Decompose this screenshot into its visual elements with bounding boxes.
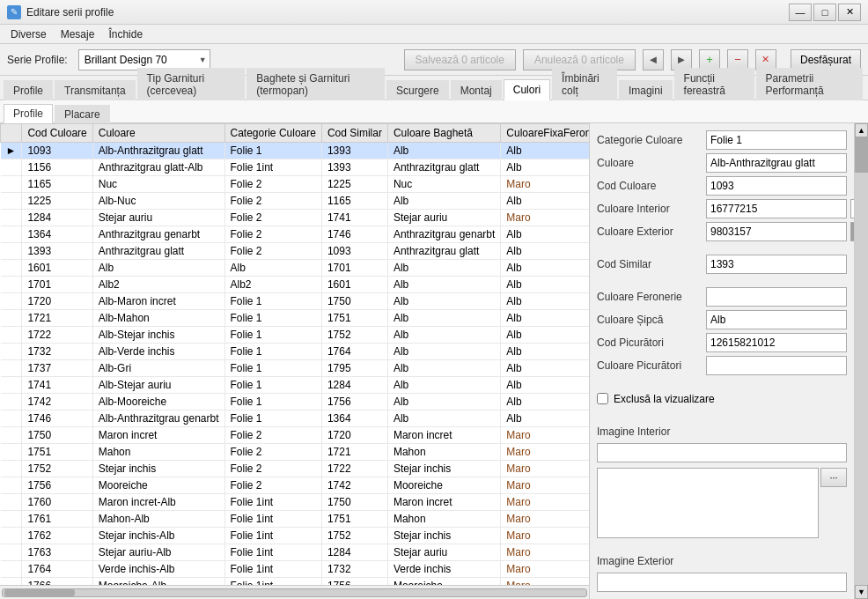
cod-culoare-input[interactable] bbox=[706, 176, 847, 196]
table-row[interactable]: 1766 Mooreiche-Alb Folie 1int 1756 Moore… bbox=[1, 578, 590, 586]
table-row[interactable]: 1701 Alb2 Alb2 1601 Alb Alb bbox=[1, 277, 590, 293]
sub-tab-profile[interactable]: Profile bbox=[4, 104, 53, 123]
menu-mesaje[interactable]: Mesaje bbox=[54, 26, 102, 42]
table-row[interactable]: 1742 Alb-Mooreiche Folie 1 1756 Alb Alb bbox=[1, 394, 590, 410]
cell-bagheta: Alb bbox=[387, 260, 500, 277]
cell-similar: 1701 bbox=[321, 260, 387, 277]
cell-cod-culoare: 1746 bbox=[22, 410, 92, 427]
cell-categorie: Folie 1int bbox=[224, 528, 321, 544]
row-indicator bbox=[1, 243, 22, 260]
table-row[interactable]: 1756 Mooreiche Folie 2 1742 Mooreiche Ma… bbox=[1, 477, 590, 494]
culoare-picuratori-input[interactable] bbox=[706, 356, 847, 375]
categorie-culoare-input[interactable] bbox=[706, 130, 847, 150]
culoare-sipca-input[interactable] bbox=[706, 310, 847, 329]
cell-categorie: Folie 1 bbox=[224, 293, 321, 310]
cell-feronerie: Maro bbox=[501, 461, 589, 477]
table-row[interactable]: 1225 Alb-Nuc Folie 2 1165 Alb Alb bbox=[1, 193, 590, 210]
table-row[interactable]: 1761 Mahon-Alb Folie 1int 1751 Mahon Mar… bbox=[1, 511, 590, 528]
close-button[interactable]: ✕ bbox=[838, 4, 861, 21]
cell-feronerie: Alb bbox=[501, 410, 589, 427]
imagine-interior-input[interactable] bbox=[597, 443, 847, 462]
culoare-exterior-input[interactable] bbox=[706, 222, 847, 241]
table-row[interactable]: 1751 Mahon Folie 2 1721 Mahon Maro bbox=[1, 444, 590, 461]
maximize-button[interactable]: □ bbox=[813, 4, 836, 21]
cell-similar: 1742 bbox=[321, 477, 387, 494]
culoare-interior-input[interactable] bbox=[706, 199, 847, 218]
minimize-button[interactable]: — bbox=[789, 4, 812, 21]
tab-montaj[interactable]: Montaj bbox=[451, 80, 502, 100]
prev-button[interactable]: ◄ bbox=[643, 49, 664, 70]
table-row[interactable]: 1763 Stejar auriu-Alb Folie 1int 1284 St… bbox=[1, 544, 590, 561]
cancel-button[interactable]: Anulează 0 articole bbox=[523, 49, 636, 70]
cell-feronerie: Alb bbox=[501, 344, 589, 360]
tab-functii[interactable]: Funcții fereastră bbox=[674, 68, 754, 100]
cell-culoare: Anthrazitgrau glatt bbox=[92, 243, 224, 260]
vertical-scrollbar[interactable]: ▲ ▼ bbox=[854, 123, 868, 599]
row-indicator bbox=[1, 260, 22, 277]
cod-picuratori-input[interactable] bbox=[706, 333, 847, 352]
cell-cod-culoare: 1701 bbox=[22, 277, 92, 293]
next-button[interactable]: ► bbox=[671, 49, 692, 70]
table-row[interactable]: 1284 Stejar auriu Folie 2 1741 Stejar au… bbox=[1, 210, 590, 226]
tab-baghete[interactable]: Baghete și Garnituri (termopan) bbox=[246, 68, 385, 100]
table-row[interactable]: 1752 Stejar inchis Folie 2 1722 Stejar i… bbox=[1, 461, 590, 477]
table-row[interactable]: 1601 Alb Alb 1701 Alb Alb bbox=[1, 260, 590, 277]
table-row[interactable]: ► 1093 Alb-Anthrazitgrau glatt Folie 1 1… bbox=[1, 143, 590, 159]
culoare-input[interactable] bbox=[706, 153, 847, 173]
cell-bagheta: Alb bbox=[387, 410, 500, 427]
cod-similar-input[interactable] bbox=[706, 255, 847, 274]
add-button[interactable]: + bbox=[699, 49, 720, 70]
table-row[interactable]: 1760 Maron incret-Alb Folie 1int 1750 Ma… bbox=[1, 494, 590, 511]
imagine-exterior-input[interactable] bbox=[597, 573, 847, 592]
delete-button[interactable]: − bbox=[727, 49, 748, 70]
cell-categorie: Folie 1 bbox=[224, 360, 321, 377]
table-row[interactable]: 1720 Alb-Maron incret Folie 1 1750 Alb A… bbox=[1, 293, 590, 310]
tab-culori[interactable]: Culori bbox=[504, 79, 550, 100]
sub-tab-placare[interactable]: Placare bbox=[55, 105, 110, 123]
tab-imbinari[interactable]: Îmbinări colț bbox=[552, 68, 617, 100]
cell-similar: 1720 bbox=[321, 427, 387, 444]
imagine-interior-dots-button[interactable]: ··· bbox=[820, 468, 847, 487]
cell-categorie: Folie 2 bbox=[224, 444, 321, 461]
row-indicator bbox=[1, 277, 22, 293]
tab-transmitanta[interactable]: Transmitanța bbox=[55, 80, 136, 100]
tab-imagini[interactable]: Imagini bbox=[619, 80, 673, 100]
table-wrapper[interactable]: Cod Culoare Culoare Categorie Culoare Co… bbox=[0, 123, 589, 585]
table-row[interactable]: 1741 Alb-Stejar auriu Folie 1 1284 Alb A… bbox=[1, 377, 590, 394]
imagine-interior-header: Imagine Interior bbox=[597, 425, 847, 438]
table-row[interactable]: 1732 Alb-Verde inchis Folie 1 1764 Alb A… bbox=[1, 344, 590, 360]
cell-culoare: Mooreiche-Alb bbox=[92, 578, 224, 586]
table-row[interactable]: 1156 Anthrazitgrau glatt-Alb Folie 1int … bbox=[1, 159, 590, 176]
tab-scurgere[interactable]: Scurgere bbox=[386, 80, 449, 100]
tab-profile[interactable]: Profile bbox=[4, 80, 53, 100]
table-row[interactable]: 1722 Alb-Stejar inchis Folie 1 1752 Alb … bbox=[1, 327, 590, 344]
close-x-button[interactable]: ✕ bbox=[755, 49, 776, 70]
table-row[interactable]: 1165 Nuc Folie 2 1225 Nuc Maro bbox=[1, 176, 590, 193]
table-row[interactable]: 1750 Maron incret Folie 2 1720 Maron inc… bbox=[1, 427, 590, 444]
horizontal-scrollbar[interactable] bbox=[0, 585, 589, 599]
scroll-up-button[interactable]: ▲ bbox=[855, 123, 868, 137]
table-row[interactable]: 1764 Verde inchis-Alb Folie 1int 1732 Ve… bbox=[1, 561, 590, 578]
tab-tip-garnituri[interactable]: Tip Garnituri (cercevea) bbox=[137, 68, 246, 100]
main-tab-bar: Profile Transmitanța Tip Garnituri (cerc… bbox=[0, 76, 868, 100]
scroll-down-button[interactable]: ▼ bbox=[855, 585, 868, 599]
desfasurat-button[interactable]: Desfășurat bbox=[791, 49, 861, 70]
table-row[interactable]: 1393 Anthrazitgrau glatt Folie 2 1093 An… bbox=[1, 243, 590, 260]
menu-inchide[interactable]: Închide bbox=[101, 26, 150, 42]
col-categorie: Categorie Culoare bbox=[224, 124, 321, 143]
serie-select[interactable]: Brillant Design 70 bbox=[78, 49, 210, 70]
exclusa-checkbox[interactable] bbox=[597, 393, 608, 404]
table-row[interactable]: 1737 Alb-Gri Folie 1 1795 Alb Alb bbox=[1, 360, 590, 377]
save-button[interactable]: Salvează 0 articole bbox=[404, 49, 516, 70]
cell-cod-culoare: 1766 bbox=[22, 578, 92, 586]
culoare-feronerie-input[interactable] bbox=[706, 287, 847, 307]
tab-parametrii[interactable]: Parametrii Performanță bbox=[756, 68, 863, 100]
data-table: Cod Culoare Culoare Categorie Culoare Co… bbox=[0, 123, 589, 585]
table-row[interactable]: 1364 Anthrazitgrau genarbt Folie 2 1746 … bbox=[1, 226, 590, 243]
table-row[interactable]: 1721 Alb-Mahon Folie 1 1751 Alb Alb bbox=[1, 310, 590, 327]
table-row[interactable]: 1746 Alb-Anthrazitgrau genarbt Folie 1 1… bbox=[1, 410, 590, 427]
menu-diverse[interactable]: Diverse bbox=[4, 26, 54, 42]
table-row[interactable]: 1762 Stejar inchis-Alb Folie 1int 1752 S… bbox=[1, 528, 590, 544]
cell-categorie: Folie 2 bbox=[224, 427, 321, 444]
cod-similar-row: Cod Similar bbox=[597, 255, 847, 274]
